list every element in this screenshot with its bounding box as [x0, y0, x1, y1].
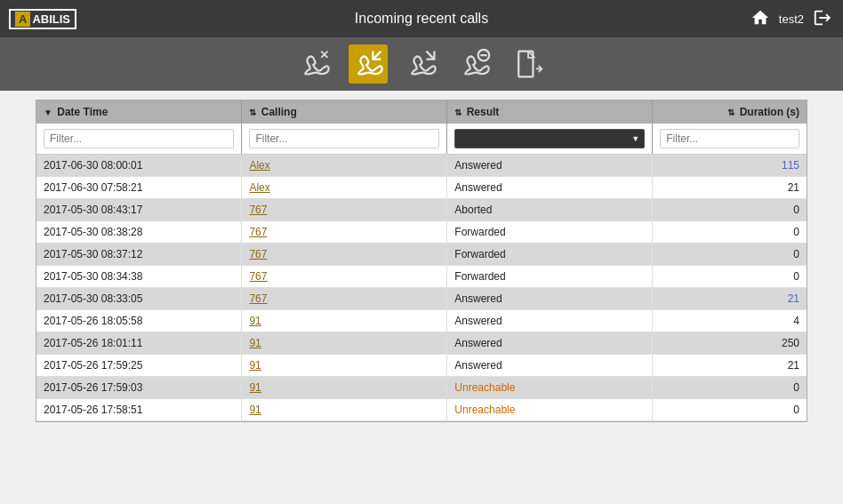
filter-calling-cell	[242, 124, 447, 155]
filter-duration-cell	[653, 124, 807, 155]
cell-calling[interactable]: 91	[242, 310, 447, 332]
col-duration[interactable]: ⇅ Duration (s)	[653, 100, 807, 124]
col-calling[interactable]: ⇅ Calling	[242, 100, 447, 124]
svg-rect-1	[518, 52, 533, 77]
cell-datetime: 2017-05-30 08:38:28	[36, 221, 242, 244]
col-result-label: Result	[467, 106, 500, 118]
missed-calls-icon	[459, 48, 491, 80]
main-content: ▼ Date Time ⇅ Calling ⇅ Result ⇅ Duratio…	[0, 91, 843, 431]
table-row: 2017-05-26 17:59:0391Unreachable0	[36, 377, 807, 399]
cell-duration: 0	[653, 377, 807, 399]
logout-button[interactable]	[811, 6, 834, 32]
calling-link[interactable]: 91	[249, 337, 261, 349]
cell-datetime: 2017-05-26 18:01:11	[36, 332, 242, 355]
username: test2	[779, 12, 804, 26]
cell-calling[interactable]: 91	[242, 377, 447, 399]
table-scroll-area[interactable]: 2017-06-30 08:00:01AlexAnswered1152017-0…	[36, 155, 807, 421]
cell-calling[interactable]: 767	[242, 288, 447, 310]
export-button[interactable]	[509, 44, 548, 84]
cell-duration: 0	[653, 221, 807, 244]
outgoing-calls-button[interactable]	[402, 44, 441, 84]
home-icon	[751, 8, 770, 28]
cell-result: Answered	[447, 177, 653, 199]
calling-link[interactable]: 91	[249, 381, 261, 394]
home-button[interactable]	[749, 6, 772, 32]
logout-icon	[813, 8, 832, 28]
cell-calling[interactable]: 91	[242, 399, 447, 421]
table-body: 2017-06-30 08:00:01AlexAnswered1152017-0…	[36, 155, 807, 421]
calling-link[interactable]: 91	[249, 315, 261, 327]
cell-calling[interactable]: 91	[242, 355, 447, 377]
cell-datetime: 2017-05-30 08:37:12	[36, 244, 242, 266]
calling-link[interactable]: 91	[249, 359, 261, 372]
cell-result: Answered	[447, 310, 653, 332]
table-row: 2017-06-30 08:00:01AlexAnswered115	[36, 155, 807, 177]
cell-duration: 21	[653, 288, 807, 310]
cell-result: Aborted	[447, 199, 653, 221]
cell-result: Forwarded	[447, 221, 653, 244]
incoming-calls-button[interactable]	[349, 44, 388, 84]
filter-result-wrapper: Answered Aborted Forwarded Unreachable	[454, 129, 645, 148]
cell-result: Unreachable	[447, 399, 653, 421]
filter-calling-input[interactable]	[249, 129, 439, 148]
header: AABILIS Incoming recent calls test2	[0, 0, 843, 37]
cell-duration: 21	[653, 355, 807, 377]
filter-row: Answered Aborted Forwarded Unreachable	[36, 124, 807, 155]
all-calls-icon	[299, 48, 331, 80]
filter-result-select[interactable]: Answered Aborted Forwarded Unreachable	[454, 129, 645, 148]
cell-datetime: 2017-05-26 18:05:58	[36, 310, 242, 332]
cell-duration: 115	[653, 155, 807, 177]
cell-calling[interactable]: 767	[242, 221, 447, 244]
cell-result: Answered	[447, 355, 653, 377]
filter-duration-input[interactable]	[660, 129, 799, 148]
filter-datetime-cell	[36, 124, 242, 155]
calling-link[interactable]: Alex	[249, 159, 269, 172]
table-header-row: ▼ Date Time ⇅ Calling ⇅ Result ⇅ Duratio…	[36, 100, 807, 124]
cell-calling[interactable]: Alex	[242, 177, 447, 199]
logo: AABILIS	[9, 9, 76, 29]
col-duration-label: Duration (s)	[740, 106, 799, 118]
cell-duration: 21	[653, 177, 807, 199]
sort-icon-datetime: ▼	[44, 108, 52, 117]
calling-link[interactable]: Alex	[249, 181, 269, 194]
cell-calling[interactable]: 767	[242, 199, 447, 221]
missed-calls-button[interactable]	[455, 44, 494, 84]
cell-duration: 250	[653, 332, 807, 355]
col-result[interactable]: ⇅ Result	[447, 100, 653, 124]
export-icon	[512, 48, 544, 80]
table-row: 2017-05-26 17:58:5191Unreachable0	[36, 399, 807, 421]
calling-link[interactable]: 91	[249, 404, 261, 416]
cell-datetime: 2017-05-26 17:58:51	[36, 399, 242, 421]
cell-result: Forwarded	[447, 266, 653, 288]
all-calls-button[interactable]	[295, 44, 334, 84]
cell-result: Answered	[447, 288, 653, 310]
cell-calling[interactable]: Alex	[242, 155, 447, 177]
incoming-calls-icon	[352, 48, 384, 80]
col-datetime[interactable]: ▼ Date Time	[36, 100, 242, 124]
sort-icon-calling: ⇅	[249, 108, 256, 117]
cell-duration: 4	[653, 310, 807, 332]
col-datetime-label: Date Time	[57, 106, 108, 118]
filter-result-cell: Answered Aborted Forwarded Unreachable	[447, 124, 653, 155]
calling-link[interactable]: 767	[249, 292, 267, 305]
cell-calling[interactable]: 767	[242, 266, 447, 288]
col-calling-label: Calling	[261, 106, 297, 118]
calling-link[interactable]: 767	[249, 204, 267, 216]
table-row: 2017-05-26 17:59:2591Answered21	[36, 355, 807, 377]
sort-icon-duration: ⇅	[727, 108, 735, 117]
table-row: 2017-05-26 18:05:5891Answered4	[36, 310, 807, 332]
calling-link[interactable]: 767	[249, 226, 267, 238]
cell-duration: 0	[653, 244, 807, 266]
cell-datetime: 2017-05-30 08:43:17	[36, 199, 242, 221]
header-right: test2	[749, 6, 834, 32]
cell-datetime: 2017-05-26 17:59:03	[36, 377, 242, 399]
calling-link[interactable]: 767	[249, 248, 267, 260]
calling-link[interactable]: 767	[249, 270, 267, 283]
toolbar	[0, 37, 843, 91]
cell-calling[interactable]: 91	[242, 332, 447, 355]
cell-datetime: 2017-06-30 07:58:21	[36, 177, 242, 199]
cell-duration: 0	[653, 266, 807, 288]
page-title: Incoming recent calls	[355, 11, 488, 27]
cell-calling[interactable]: 767	[242, 244, 447, 266]
filter-datetime-input[interactable]	[44, 129, 234, 148]
